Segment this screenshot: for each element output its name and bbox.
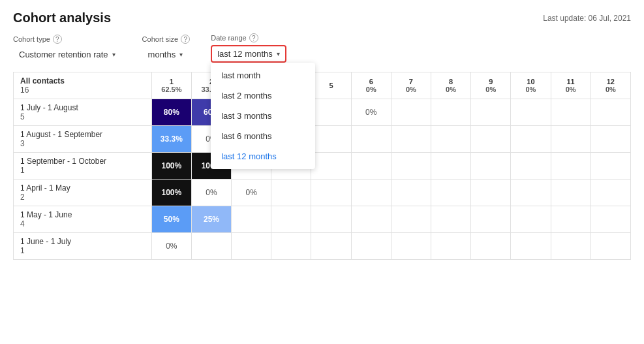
table-cell bbox=[551, 180, 590, 206]
table-cell bbox=[191, 233, 231, 260]
table-cell bbox=[311, 153, 351, 180]
table-cell bbox=[511, 233, 551, 260]
date-range-group: Date range ? last 12 months ▾ last month… bbox=[211, 33, 286, 63]
table-cell bbox=[551, 153, 590, 180]
cohort-type-group: Cohort type ? Customer retention rate ▾ bbox=[13, 35, 121, 63]
table-cell bbox=[511, 99, 551, 126]
table-cell bbox=[431, 233, 470, 260]
table-cell bbox=[351, 153, 391, 180]
table-cell bbox=[511, 206, 551, 233]
table-cell: 0% bbox=[191, 180, 231, 206]
table-cell bbox=[551, 206, 590, 233]
row-header: 1 July - 1 August5 bbox=[14, 99, 152, 126]
table-cell bbox=[471, 126, 511, 153]
table-cell bbox=[590, 99, 630, 126]
col-header-7: 7 0% bbox=[391, 72, 431, 99]
table-cell bbox=[551, 233, 590, 260]
table-cell bbox=[471, 153, 511, 180]
col-header-9: 9 0% bbox=[471, 72, 511, 99]
col-header-10: 10 0% bbox=[511, 72, 551, 99]
cohort-size-dropdown[interactable]: months ▾ bbox=[142, 46, 191, 63]
col-header-12: 12 0% bbox=[590, 72, 630, 99]
cohort-type-label: Cohort type ? bbox=[13, 35, 121, 44]
page: Cohort analysis Last update: 06 Jul, 202… bbox=[0, 0, 644, 344]
row-header: 1 May - 1 June4 bbox=[14, 206, 152, 233]
table-row: 1 August - 1 September333.3%0% bbox=[14, 126, 631, 153]
table-cell bbox=[431, 153, 470, 180]
table-row: 1 May - 1 June450%25% bbox=[14, 206, 631, 233]
table-cell bbox=[471, 99, 511, 126]
date-range-option-5[interactable]: last 12 months bbox=[211, 146, 315, 166]
date-range-menu: last month last 2 months last 3 months l… bbox=[211, 63, 315, 169]
table-cell bbox=[351, 233, 391, 260]
col-header-1: 1 62.5% bbox=[151, 72, 191, 99]
table-cell bbox=[391, 206, 431, 233]
header-row: Cohort analysis Last update: 06 Jul, 202… bbox=[13, 10, 631, 25]
row-header: 1 September - 1 October1 bbox=[14, 153, 152, 180]
col-header-11: 11 0% bbox=[551, 72, 590, 99]
cohort-type-help-icon[interactable]: ? bbox=[53, 35, 62, 44]
table-cell: 0% bbox=[351, 99, 391, 126]
cohort-size-label: Cohort size ? bbox=[142, 35, 191, 44]
table-cell: 50% bbox=[151, 206, 191, 233]
table-cell bbox=[311, 180, 351, 206]
table-row: 1 June - 1 July10% bbox=[14, 233, 631, 260]
table-cell: 33.3% bbox=[151, 126, 191, 153]
col-header-6: 6 0% bbox=[351, 72, 391, 99]
table-cell bbox=[590, 233, 630, 260]
table-cell bbox=[311, 126, 351, 153]
table-cell bbox=[391, 233, 431, 260]
col-header-5: 5 bbox=[311, 72, 351, 99]
col-header-8: 8 0% bbox=[431, 72, 470, 99]
table-cell bbox=[471, 180, 511, 206]
table-cell bbox=[391, 153, 431, 180]
table-cell bbox=[471, 233, 511, 260]
table-cell bbox=[391, 99, 431, 126]
table-cell bbox=[351, 126, 391, 153]
date-range-option-2[interactable]: last 2 months bbox=[211, 86, 315, 106]
table-cell bbox=[590, 180, 630, 206]
table-cell bbox=[311, 206, 351, 233]
table-cell bbox=[590, 153, 630, 180]
controls-row: Cohort type ? Customer retention rate ▾ … bbox=[13, 33, 631, 63]
table-cell bbox=[431, 99, 470, 126]
row-header: 1 June - 1 July1 bbox=[14, 233, 152, 260]
date-range-option-1[interactable]: last month bbox=[211, 65, 315, 86]
table-cell bbox=[511, 126, 551, 153]
table-cell bbox=[351, 206, 391, 233]
table-cell: 0% bbox=[232, 180, 271, 206]
date-range-chevron-icon: ▾ bbox=[277, 50, 280, 57]
date-range-dropdown[interactable]: last 12 months ▾ bbox=[211, 45, 286, 63]
all-contacts-header: All contacts 16 bbox=[14, 72, 152, 99]
row-header: 1 August - 1 September3 bbox=[14, 126, 152, 153]
table-row: 1 April - 1 May2100%0%0% bbox=[14, 180, 631, 206]
table-cell bbox=[271, 233, 311, 260]
cohort-type-dropdown[interactable]: Customer retention rate ▾ bbox=[13, 46, 121, 63]
table-cell bbox=[351, 180, 391, 206]
table-wrapper: All contacts 16 1 62.5% 2 33.3% 3 4 5 bbox=[13, 72, 631, 260]
table-cell bbox=[232, 206, 271, 233]
table-cell: 100% bbox=[151, 153, 191, 180]
date-range-label: Date range ? bbox=[211, 33, 286, 42]
table-cell bbox=[590, 206, 630, 233]
table-cell bbox=[471, 206, 511, 233]
last-update: Last update: 06 Jul, 2021 bbox=[543, 14, 631, 23]
table-cell bbox=[551, 99, 590, 126]
cohort-type-chevron-icon: ▾ bbox=[112, 51, 115, 58]
date-range-option-3[interactable]: last 3 months bbox=[211, 106, 315, 126]
table-cell bbox=[431, 126, 470, 153]
table-cell bbox=[511, 180, 551, 206]
date-range-option-4[interactable]: last 6 months bbox=[211, 126, 315, 146]
table-cell bbox=[271, 180, 311, 206]
date-range-help-icon[interactable]: ? bbox=[249, 33, 258, 42]
cohort-size-group: Cohort size ? months ▾ bbox=[142, 35, 191, 63]
cohort-size-help-icon[interactable]: ? bbox=[181, 35, 190, 44]
table-cell: 25% bbox=[191, 206, 231, 233]
table-row: 1 July - 1 August580%60%0% bbox=[14, 99, 631, 126]
table-row: 1 September - 1 October1100%100%0%0% bbox=[14, 153, 631, 180]
table-cell bbox=[391, 180, 431, 206]
table-cell bbox=[271, 206, 311, 233]
row-header: 1 April - 1 May2 bbox=[14, 180, 152, 206]
cohort-table: All contacts 16 1 62.5% 2 33.3% 3 4 5 bbox=[13, 72, 631, 260]
table-cell bbox=[590, 126, 630, 153]
